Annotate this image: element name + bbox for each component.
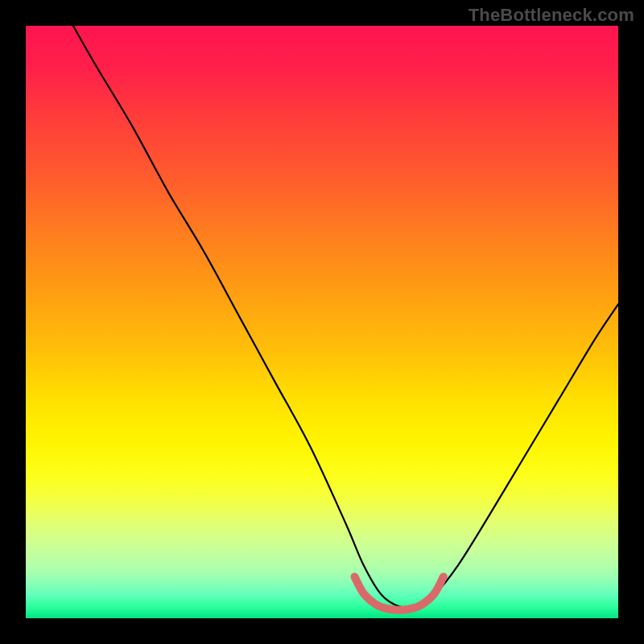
plot-area — [26, 26, 618, 618]
valley-highlight — [354, 576, 443, 609]
bottleneck-curve — [73, 26, 618, 608]
chart-frame: TheBottleneck.com — [0, 0, 644, 644]
curve-layer — [26, 26, 618, 618]
watermark-text: TheBottleneck.com — [469, 5, 634, 26]
